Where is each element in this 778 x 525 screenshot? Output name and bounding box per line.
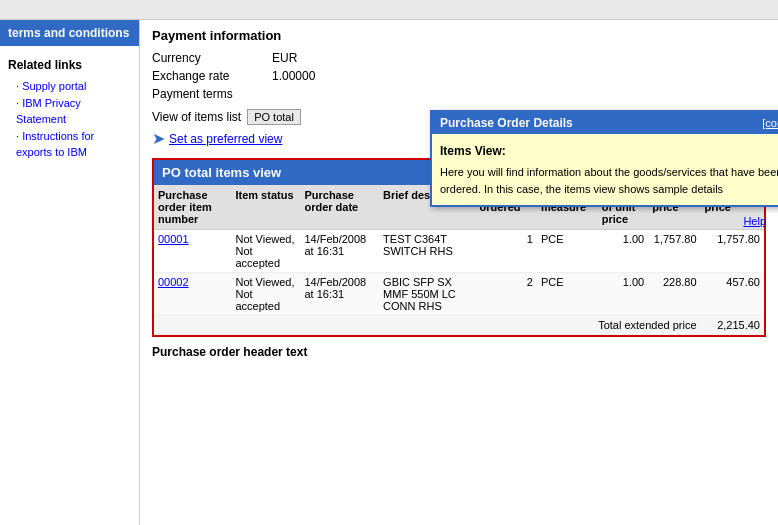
main-content: Payment information Currency EUR Exchang… (140, 20, 778, 525)
total-value: 2,215.40 (701, 316, 764, 335)
cell-unit-price: 228.80 (648, 273, 700, 316)
payment-terms-value (272, 85, 327, 103)
cell-item-number: 00001 (154, 230, 231, 273)
cell-uom: PCE (537, 273, 598, 316)
exchange-rate-label: Exchange rate (152, 67, 272, 85)
items-table: Purchase order item number Item status P… (154, 185, 764, 335)
cell-po-date: 14/Feb/2008 at 16:31 (300, 230, 379, 273)
tooltip-body-text: Here you will find information about the… (440, 164, 778, 197)
cell-unit-price: 1,757.80 (648, 230, 700, 273)
view-items-label: View of items list (152, 110, 241, 124)
col-header-po-date: Purchase order date (300, 185, 379, 230)
tooltip-popup: Purchase Order Details [continue] Items … (430, 110, 778, 207)
sidebar: terms and conditions Related links · Sup… (0, 20, 140, 525)
table-row: 00001 Not Viewed, Not accepted 14/Feb/20… (154, 230, 764, 273)
exchange-rate-row: Exchange rate 1.00000 (152, 67, 327, 85)
tooltip-body: Items View: Here you will find informati… (432, 134, 778, 205)
exchange-rate-value: 1.00000 (272, 67, 327, 85)
total-label: Total extended price (154, 316, 701, 335)
cell-quantity: 2 (476, 273, 537, 316)
top-bar (0, 0, 778, 20)
tooltip-body-title: Items View: (440, 142, 778, 160)
col-header-item-status: Item status (231, 185, 300, 230)
arrow-right-icon: ➤ (152, 129, 165, 148)
sidebar-link-supply-portal[interactable]: · Supply portal (0, 78, 139, 95)
cell-quantity: 1 (476, 230, 537, 273)
cell-po-date: 14/Feb/2008 at 16:31 (300, 273, 379, 316)
tooltip-title: Purchase Order Details (440, 116, 573, 130)
cell-item-number: 00002 (154, 273, 231, 316)
po-header-text: Purchase order header text (152, 345, 766, 359)
currency-label: Currency (152, 49, 272, 67)
currency-row: Currency EUR (152, 49, 327, 67)
help-link[interactable]: Help (743, 215, 766, 227)
sidebar-header: terms and conditions (0, 20, 139, 46)
cell-basis: 1.00 (598, 273, 648, 316)
payment-info-title: Payment information (152, 28, 766, 43)
sidebar-link-ibm-privacy[interactable]: · IBM Privacy Statement (0, 95, 139, 128)
payment-terms-label: Payment terms (152, 85, 272, 103)
currency-value: EUR (272, 49, 327, 67)
page-container: terms and conditions Related links · Sup… (0, 20, 778, 525)
cell-brief-desc: GBIC SFP SX MMF 550M LC CONN RHS (379, 273, 476, 316)
sidebar-link-instructions[interactable]: · Instructions for exports to IBM (0, 128, 139, 161)
cell-brief-desc: TEST C364T SWITCH RHS (379, 230, 476, 273)
payment-terms-row: Payment terms (152, 85, 327, 103)
tooltip-header: Purchase Order Details [continue] (432, 112, 778, 134)
tooltip-continue[interactable]: [continue] (762, 117, 778, 129)
cell-basis: 1.00 (598, 230, 648, 273)
total-row: Total extended price 2,215.40 (154, 316, 764, 335)
table-row: 00002 Not Viewed, Not accepted 14/Feb/20… (154, 273, 764, 316)
item-number-link[interactable]: 00002 (158, 276, 189, 288)
related-links-title: Related links (0, 54, 139, 76)
cell-extended-price: 1,757.80 (701, 230, 764, 273)
cell-item-status: Not Viewed, Not accepted (231, 230, 300, 273)
col-header-item-number: Purchase order item number (154, 185, 231, 230)
cell-extended-price: 457.60 (701, 273, 764, 316)
cell-item-status: Not Viewed, Not accepted (231, 273, 300, 316)
cell-uom: PCE (537, 230, 598, 273)
payment-table: Currency EUR Exchange rate 1.00000 Payme… (152, 49, 327, 103)
set-preferred-link[interactable]: Set as preferred view (169, 132, 282, 146)
po-total-button[interactable]: PO total (247, 109, 301, 125)
item-number-link[interactable]: 00001 (158, 233, 189, 245)
